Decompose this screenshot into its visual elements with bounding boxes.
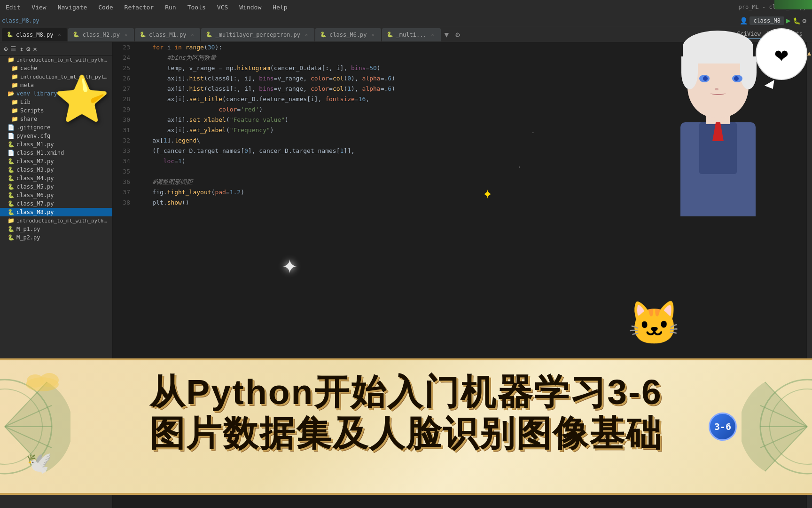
bird-character: 🕊️ [26, 450, 52, 475]
debug-button[interactable]: 🐛 [793, 17, 801, 24]
sidebar-tool-1[interactable]: ⊕ [4, 45, 8, 53]
top-right-indicator [774, 0, 812, 9]
menu-item-help[interactable]: Help [271, 3, 289, 12]
sidebar-toolbar: ⊕ ☰ ↕ ⚙ ✕ [0, 42, 112, 56]
sidebar-item-class-m6[interactable]: 🐍 class_M6.py [0, 191, 112, 199]
warning-icon [807, 52, 811, 56]
small-dot: · [518, 165, 521, 170]
folder-icon-meta: 📁 [11, 82, 18, 88]
pyfile-icon-m7: 🐍 [8, 200, 15, 207]
run-button[interactable]: ▶ [786, 16, 791, 25]
sidebar-item-intro1[interactable]: 📁 introduction_to_ml_with_python-maste [0, 56, 112, 64]
tab-close-multi-short[interactable]: ✕ [429, 32, 436, 38]
menu-item-view[interactable]: View [30, 3, 48, 12]
more-tabs-icon[interactable]: ▼ [442, 30, 452, 39]
folder-icon: 📁 [8, 56, 15, 63]
sidebar-item-class-m5[interactable]: 🐍 class_M5.py [0, 183, 112, 191]
pyfile-icon-m8: 🐍 [8, 209, 15, 215]
menu-item-refactor[interactable]: Refactor [123, 3, 156, 12]
file-icon-gitignore: 📄 [8, 124, 15, 131]
menu-item-window[interactable]: Window [237, 3, 263, 12]
sidebar-tool-4[interactable]: ⚙ [26, 45, 30, 53]
episode-badge: 3-6 [709, 413, 737, 441]
anime-character: ❤️ [662, 38, 774, 216]
sidebar-item-class-m1[interactable]: 🐍 class_M1.py [0, 140, 112, 149]
folder-icon-venv: 📂 [8, 90, 15, 97]
tab-class-m6[interactable]: 🐍 class_M6.py ✕ [315, 28, 381, 41]
pyfile-icon-mp1: 🐍 [8, 226, 15, 232]
pyfile-icon-m6: 🐍 [8, 192, 15, 198]
sidebar-item-mp2[interactable]: 🐍 M_p2.py [0, 233, 112, 242]
second-toolbar: class_M8.py 👤 class_M8 ▶ 🐛 ⚙ [0, 14, 812, 27]
small-dot2: · [531, 129, 535, 136]
banner-container: 从Python开始入门机器学习3-6 图片数据集及人脸识别图像基础 3-6 [0, 358, 812, 495]
file-icon-pyvenv: 📄 [8, 133, 15, 139]
tab-class-m1[interactable]: 🐍 class_M1.py ✕ [135, 28, 200, 41]
menu-item-navigate[interactable]: Navigate [56, 3, 89, 12]
tab-class-m8[interactable]: 🐍 class_M8.py ✕ [2, 28, 67, 41]
tab-close-class-m1[interactable]: ✕ [189, 32, 195, 38]
menu-item-code[interactable]: Code [96, 3, 115, 12]
sidebar-item-class-m2[interactable]: 🐍 class_M2.py [0, 157, 112, 166]
sidebar-tool-3[interactable]: ↕ [19, 45, 23, 53]
tab-close-class-m2[interactable]: ✕ [123, 32, 129, 38]
sidebar-tool-2[interactable]: ☰ [10, 45, 16, 53]
user-icon: 👤 [740, 17, 748, 24]
menu-item-edit[interactable]: Edit [4, 3, 22, 12]
pyfile-icon-m1: 🐍 [8, 141, 15, 148]
sparkle-star-overlay: ✦ [483, 183, 492, 202]
sidebar-item-mp1[interactable]: 🐍 M_p1.py [0, 225, 112, 233]
folder-icon-intro2: 📁 [11, 73, 18, 80]
menu-item-tools[interactable]: Tools [186, 3, 208, 12]
sidebar-item-class-m7[interactable]: 🐍 class_M7.py [0, 199, 112, 208]
sidebar-item-cache[interactable]: 📁 cache [0, 64, 112, 72]
folder-icon-share: 📁 [11, 116, 18, 122]
file-icon-xmind: 📄 [8, 150, 15, 156]
sidebar-item-intro3[interactable]: 📁 introduction_to_ml_with_python-maste [0, 216, 112, 225]
pyfile-icon-m2: 🐍 [8, 158, 15, 165]
tabs-settings-icon[interactable]: ⚙ [453, 30, 463, 39]
pyfile-icon-m3: 🐍 [8, 167, 15, 173]
sidebar-item-class-m4[interactable]: 🐍 class_M4.py [0, 174, 112, 183]
line-numbers: 23 24 25 26 27 28 29 30 31 32 33 34 35 3… [113, 42, 134, 208]
project-label: class_M8.py [2, 17, 39, 24]
star-character-overlay: ⭐ [54, 73, 110, 126]
folder-icon-intro3: 📁 [8, 217, 15, 224]
tab-close-class-m6[interactable]: ✕ [370, 32, 376, 38]
pyfile-icon-m4: 🐍 [8, 175, 15, 182]
tab-close-multilayer[interactable]: ✕ [303, 32, 310, 38]
folder-icon-lib: 📁 [11, 99, 18, 105]
sidebar-tool-5[interactable]: ✕ [33, 45, 37, 53]
tab-class-m2[interactable]: 🐍 class_M2.py ✕ [68, 28, 133, 41]
toolbar-project-dropdown[interactable]: class_M8 [750, 16, 784, 25]
pyfile-icon-mp2: 🐍 [8, 234, 15, 241]
cat-character: 🐱 [628, 298, 680, 348]
tab-multi-short[interactable]: 🐍 _multi... ✕ [382, 28, 441, 41]
settings-icon[interactable]: ⚙ [803, 17, 806, 24]
menu-item-vcs[interactable]: VCS [215, 3, 230, 12]
folder-icon-cache: 📁 [11, 65, 18, 71]
tab-multilayer[interactable]: 🐍 _multilayer_perceptron.py ✕ [201, 28, 314, 41]
sidebar-item-pyvenv[interactable]: 📄 pyvenv.cfg [0, 132, 112, 140]
pyfile-icon-m5: 🐍 [8, 183, 15, 190]
tab-close-class-m8[interactable]: ✕ [56, 32, 62, 38]
sidebar-item-class-m8[interactable]: 🐍 class_M8.py [0, 208, 112, 216]
banner-text-container: 从Python开始入门机器学习3-6 图片数据集及人脸识别图像基础 [0, 358, 812, 452]
menu-bar: Edit View Navigate Code Refactor Run Too… [0, 0, 812, 14]
sidebar-item-class-m1-xmind[interactable]: 📄 class_M1.xmind [0, 149, 112, 157]
sidebar-item-class-m3[interactable]: 🐍 class_M3.py [0, 166, 112, 174]
banner-line1: 从Python开始入门机器学习3-6 [0, 373, 812, 412]
big-sparkle: ✦ [282, 249, 297, 279]
banner-line2: 图片数据集及人脸识别图像基础 [0, 414, 812, 453]
menu-item-run[interactable]: Run [163, 3, 178, 12]
folder-icon-scripts: 📁 [11, 107, 18, 114]
